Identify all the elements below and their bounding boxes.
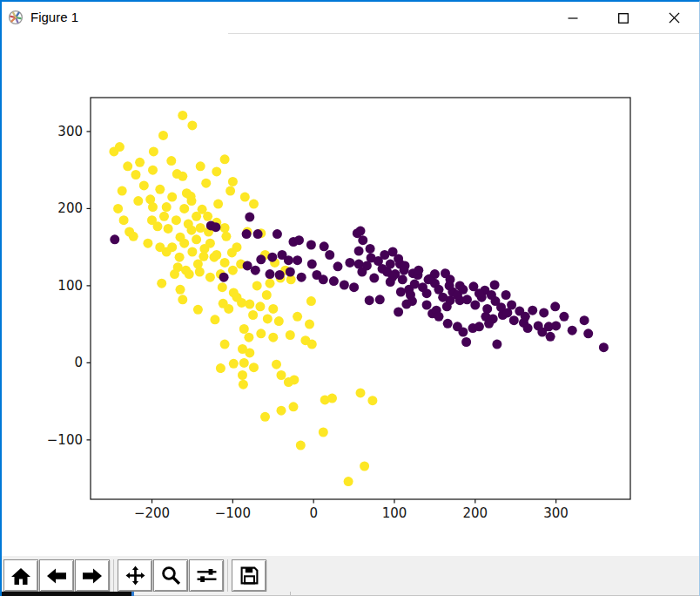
zoom-button[interactable]	[153, 559, 188, 592]
scatter-point	[239, 324, 249, 334]
maximize-button[interactable]	[598, 2, 649, 34]
scatter-point	[275, 270, 285, 280]
scatter-point	[221, 232, 231, 241]
subplots-button[interactable]	[189, 559, 224, 592]
scatter-point	[213, 200, 223, 209]
scatter-point	[487, 290, 496, 300]
scatter-point	[286, 268, 295, 277]
titlebar[interactable]: Figure 1	[2, 2, 699, 34]
scatter-point	[158, 131, 168, 140]
window-controls	[548, 2, 699, 34]
scatter-point	[546, 332, 555, 342]
scatter-point	[240, 193, 250, 202]
scatter-point	[272, 360, 281, 369]
minimize-button[interactable]	[548, 2, 598, 34]
scatter-point	[394, 254, 403, 263]
scatter-point	[218, 282, 227, 292]
scatter-point	[378, 264, 387, 274]
home-button[interactable]	[3, 559, 38, 592]
close-button[interactable]	[649, 2, 699, 34]
scatter-point	[551, 321, 561, 330]
sliders-icon	[197, 567, 217, 584]
save-button[interactable]	[232, 559, 266, 592]
scatter-point	[356, 388, 366, 397]
scatter-point	[501, 290, 511, 300]
scatter-point	[115, 142, 125, 152]
scatter-point	[306, 296, 316, 306]
scatter-point	[179, 239, 189, 248]
scatter-point	[135, 158, 145, 167]
scatter-point	[296, 441, 306, 450]
scatter-point	[157, 279, 166, 288]
scatter-point	[539, 308, 549, 317]
matplotlib-logo-icon	[8, 10, 24, 25]
y-tick-label: 300	[57, 124, 83, 139]
scatter-point	[458, 328, 468, 337]
scatter-point	[172, 215, 181, 225]
toolbar-separator	[227, 559, 228, 593]
scatter-point	[484, 319, 494, 328]
scatter-point	[118, 186, 127, 196]
scatter-point	[277, 406, 286, 416]
scatter-point	[349, 282, 359, 292]
x-tick-label: 300	[543, 505, 569, 521]
scatter-point	[284, 255, 293, 265]
x-tick-label: 0	[309, 505, 318, 521]
scatter-point	[305, 320, 314, 329]
scatter-point	[297, 273, 306, 282]
scatter-point	[325, 250, 334, 260]
scatter-point	[178, 295, 187, 304]
scatter-point	[422, 301, 432, 310]
scatter-point	[187, 247, 197, 257]
pan-icon	[125, 566, 145, 586]
scatter-point	[211, 222, 220, 232]
scatter-point	[414, 266, 423, 275]
scatter-point	[255, 301, 265, 311]
scatter-point	[220, 340, 230, 349]
scatter-point	[380, 250, 389, 260]
scatter-point	[289, 375, 299, 384]
scatter-point	[167, 193, 177, 202]
scatter-point	[289, 402, 299, 411]
back-arrow-icon	[46, 568, 67, 584]
scatter-point	[358, 235, 367, 245]
scatter-point	[266, 279, 275, 288]
scatter-point	[307, 340, 317, 349]
scatter-point	[232, 293, 242, 302]
scatter-point	[119, 215, 129, 225]
y-tick-label: 0	[74, 355, 83, 370]
scatter-point	[179, 204, 189, 213]
forward-button[interactable]	[75, 559, 110, 592]
scatter-point	[147, 215, 157, 225]
scatter-point	[196, 161, 205, 171]
scatter-point	[178, 172, 187, 181]
minimize-icon	[568, 13, 578, 24]
scatter-point	[219, 273, 229, 282]
scatter-point	[201, 179, 211, 188]
scatter-point	[470, 301, 480, 310]
back-button[interactable]	[39, 559, 74, 592]
scatter-point	[139, 180, 149, 190]
zoom-magnifier-icon	[161, 566, 181, 586]
series-cluster-yellow	[109, 111, 377, 486]
scatter-point	[193, 305, 203, 315]
scatter-point	[434, 312, 444, 322]
scatter-point	[143, 239, 152, 248]
scatter-point	[388, 272, 398, 281]
scatter-point	[252, 281, 262, 290]
scatter-point	[245, 300, 254, 309]
scatter-point	[400, 266, 409, 275]
figure-canvas[interactable]: −200−10001002003003002001000−100	[2, 34, 699, 556]
scatter-point	[123, 161, 132, 171]
scatter-point	[263, 314, 273, 323]
scatter-point	[220, 223, 230, 233]
pan-button[interactable]	[118, 559, 152, 592]
scatter-point	[229, 359, 239, 369]
scatter-point	[224, 304, 233, 314]
scatter-point	[580, 315, 589, 325]
scatter-point	[507, 301, 516, 310]
scatter-point	[225, 186, 235, 196]
scatter-point	[523, 323, 533, 333]
scatter-point	[293, 255, 302, 265]
scatter-point	[210, 315, 219, 324]
